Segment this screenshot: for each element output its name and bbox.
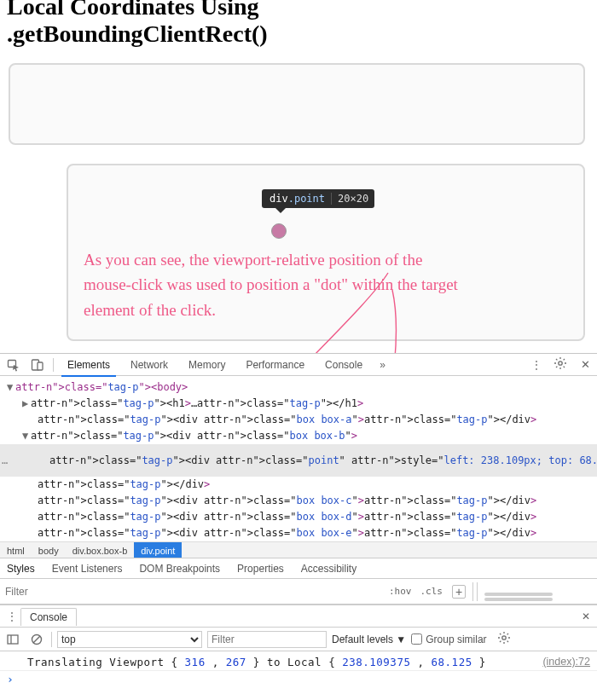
- new-style-rule-icon[interactable]: +: [452, 585, 466, 599]
- element-inspect-tooltip: div.point 20×20: [262, 189, 374, 208]
- svg-rect-4: [38, 362, 43, 370]
- styles-filter-input[interactable]: [0, 586, 188, 598]
- tab-performance[interactable]: Performance: [237, 354, 313, 376]
- crumb-body[interactable]: body: [32, 542, 66, 558]
- subtab-event-listeners[interactable]: Event Listeners: [47, 558, 128, 579]
- dom-tree[interactable]: ▼attr-n">class="tag-p"><body> ▶attr-n">c…: [0, 376, 597, 541]
- tab-network[interactable]: Network: [122, 354, 177, 376]
- crumb-box-b[interactable]: div.box.box-b: [66, 542, 135, 558]
- page-title: Local Coordinates Using .getBoundingClie…: [7, 0, 590, 48]
- hov-toggle[interactable]: :hov: [385, 586, 416, 597]
- click-dot: [271, 223, 287, 239]
- console-settings-icon[interactable]: [497, 631, 511, 647]
- styles-subtabs: Styles Event Listeners DOM Breakpoints P…: [0, 558, 597, 579]
- group-similar-checkbox[interactable]: Group similar: [411, 633, 486, 645]
- console-source-link[interactable]: (index):72: [542, 656, 590, 668]
- drawer-menu-icon[interactable]: ⋮: [0, 610, 20, 622]
- svg-rect-6: [8, 635, 18, 644]
- inspect-element-icon[interactable]: [3, 355, 24, 375]
- console-toolbar: top Default levels ▼ Group similar: [0, 628, 597, 651]
- more-tabs-icon[interactable]: »: [374, 359, 391, 371]
- demo-box-a[interactable]: [9, 63, 585, 145]
- box-model-preview[interactable]: [484, 582, 595, 601]
- subtab-properties[interactable]: Properties: [232, 558, 289, 579]
- console-sidebar-icon[interactable]: [3, 633, 22, 646]
- kebab-menu-icon[interactable]: ⋮: [526, 359, 547, 371]
- dom-tree-selected-row[interactable]: … attr-n">class="tag-p"><div attr-n">cla…: [0, 444, 597, 477]
- annotation-text: As you can see, the viewport-relative po…: [84, 247, 544, 322]
- devtools-tabbar: Elements Network Memory Performance Cons…: [0, 354, 597, 376]
- console-prompt[interactable]: [0, 670, 597, 687]
- drawer-tab-console[interactable]: Console: [20, 608, 77, 626]
- context-select[interactable]: top: [57, 631, 202, 648]
- console-log-line: Translating Viewport { 316 , 267 } to Lo…: [0, 651, 597, 670]
- drawer-close-icon[interactable]: ✕: [575, 610, 597, 622]
- svg-line-9: [33, 636, 40, 643]
- breadcrumb[interactable]: html body div.box.box-b div.point: [0, 541, 597, 558]
- svg-point-5: [559, 362, 562, 365]
- subtab-dom-breakpoints[interactable]: DOM Breakpoints: [134, 558, 225, 579]
- svg-point-10: [501, 636, 505, 639]
- log-levels-select[interactable]: Default levels ▼: [332, 633, 406, 645]
- crumb-point[interactable]: div.point: [134, 542, 182, 558]
- tab-console[interactable]: Console: [316, 354, 371, 376]
- console-filter-input[interactable]: [207, 631, 327, 648]
- subtab-styles[interactable]: Styles: [2, 558, 40, 579]
- tab-elements[interactable]: Elements: [59, 354, 119, 376]
- styles-filter-row: :hov .cls +: [0, 579, 597, 605]
- gear-icon[interactable]: [550, 356, 571, 373]
- device-toolbar-icon[interactable]: [27, 355, 48, 375]
- close-icon[interactable]: ✕: [574, 358, 597, 371]
- subtab-accessibility[interactable]: Accessibility: [296, 558, 362, 579]
- crumb-html[interactable]: html: [0, 542, 32, 558]
- tab-memory[interactable]: Memory: [180, 354, 234, 376]
- console-drawer: ⋮ Console ✕ top Default levels ▼ Group s…: [0, 605, 597, 687]
- clear-console-icon[interactable]: [27, 633, 46, 646]
- cls-toggle[interactable]: .cls: [416, 586, 448, 597]
- devtools-panel: Elements Network Memory Performance Cons…: [0, 353, 597, 687]
- gutter-ellipsis-icon: …: [0, 453, 9, 469]
